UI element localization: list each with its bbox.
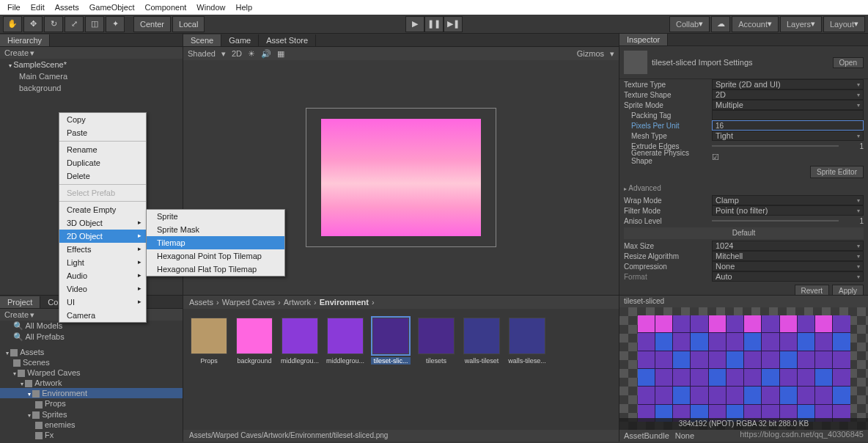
assetstore-tab[interactable]: Asset Store: [259, 34, 316, 46]
menu-component[interactable]: Component: [140, 1, 191, 13]
ctx-2d[interactable]: 2D Object: [59, 230, 146, 243]
ctx-empty[interactable]: Create Empty: [59, 203, 146, 216]
preview-area[interactable]: 384x192 (NPOT) RGBA 32 bit 288.0 KB: [619, 307, 868, 430]
hierarchy-tab[interactable]: Hierarchy: [0, 34, 50, 46]
collab-dropdown[interactable]: Collab ▾: [669, 16, 710, 32]
revert-button[interactable]: Revert: [795, 285, 829, 295]
project-tab[interactable]: Project: [0, 296, 40, 308]
hierarchy-item-background[interactable]: background: [0, 82, 183, 94]
ctx-copy[interactable]: Copy: [59, 113, 146, 126]
sub-hexpoint[interactable]: Hexagonal Point Top Tilemap: [147, 249, 284, 263]
cloud-icon[interactable]: ☁: [711, 16, 730, 32]
crumb-environment[interactable]: Environment: [320, 298, 369, 307]
platform-default[interactable]: Default: [624, 227, 864, 239]
player-folder[interactable]: player: [0, 440, 183, 442]
assets-folder[interactable]: Assets: [0, 347, 183, 357]
asset-walls1[interactable]: walls-tileset: [462, 318, 501, 365]
aniso-slider[interactable]: 1: [712, 216, 864, 226]
crumb-artwork[interactable]: Artwork: [284, 298, 311, 307]
asset-tileset-sliced[interactable]: tileset-slic...: [371, 318, 411, 365]
enemies-folder[interactable]: enemies: [0, 420, 183, 430]
warped-folder[interactable]: Warped Caves: [0, 367, 183, 378]
account-dropdown[interactable]: Account ▾: [732, 16, 779, 32]
rotate-tool[interactable]: ↻: [44, 16, 63, 32]
hierarchy-create[interactable]: Create: [4, 48, 29, 57]
mode-2d[interactable]: 2D: [232, 49, 242, 58]
assetbundle-value[interactable]: None: [675, 431, 694, 440]
inspector-tab[interactable]: Inspector: [619, 34, 668, 45]
rect-tool[interactable]: ◫: [85, 16, 104, 32]
hand-tool[interactable]: ✋: [3, 16, 22, 32]
sub-sprite[interactable]: Sprite: [147, 210, 284, 223]
scene-root[interactable]: SampleScene*: [0, 59, 183, 70]
apply-button[interactable]: Apply: [832, 285, 864, 295]
scene-tab[interactable]: Scene: [183, 34, 221, 46]
ctx-camera[interactable]: Camera: [59, 309, 146, 322]
asset-background[interactable]: background: [235, 318, 274, 365]
comp-field[interactable]: None▾: [712, 261, 864, 271]
menu-window[interactable]: Window: [192, 1, 229, 13]
lighting-icon[interactable]: ☀: [248, 49, 255, 59]
packing-field[interactable]: [712, 110, 864, 120]
layout-dropdown[interactable]: Layout ▾: [823, 16, 865, 32]
menu-gameobject[interactable]: GameObject: [85, 1, 139, 13]
crumb-assets[interactable]: Assets: [189, 298, 213, 307]
extrude-slider[interactable]: 1: [712, 141, 864, 151]
ctx-effects[interactable]: Effects: [59, 243, 146, 256]
ctx-video[interactable]: Video: [59, 282, 146, 296]
sprite-editor-button[interactable]: Sprite Editor: [810, 166, 864, 178]
asset-props[interactable]: Props: [189, 318, 229, 365]
sub-mask[interactable]: Sprite Mask: [147, 223, 284, 236]
fx-icon[interactable]: ▦: [277, 49, 284, 59]
environment-folder[interactable]: Environment: [0, 388, 183, 398]
wrap-field[interactable]: Clamp▾: [712, 195, 864, 205]
menu-file[interactable]: File: [3, 1, 25, 13]
sub-tilemap[interactable]: Tilemap: [147, 236, 284, 249]
background-sprite[interactable]: [321, 119, 481, 236]
advanced-foldout[interactable]: Advanced: [619, 181, 868, 195]
ctx-duplicate[interactable]: Duplicate: [59, 156, 146, 169]
ppu-field[interactable]: 16: [712, 120, 864, 131]
filter-field[interactable]: Point (no filter)▾: [712, 205, 864, 216]
asset-mg1[interactable]: middlegrou...: [280, 318, 320, 365]
project-create[interactable]: Create: [4, 310, 29, 319]
maxsize-field[interactable]: 1024▾: [712, 241, 864, 251]
menu-assets[interactable]: Assets: [51, 1, 84, 13]
pivot-center[interactable]: Center: [133, 16, 171, 32]
asset-tilesets[interactable]: tilesets: [416, 318, 456, 365]
menu-help[interactable]: Help: [231, 1, 257, 13]
artwork-folder[interactable]: Artwork: [0, 378, 183, 388]
mesh-field[interactable]: Tight▾: [712, 131, 864, 141]
scenes-folder[interactable]: Scenes: [0, 357, 183, 367]
texture-shape-field[interactable]: 2D▾: [712, 89, 864, 100]
all-prefabs[interactable]: 🔍 All Prefabs: [0, 332, 183, 343]
ctx-ui[interactable]: UI: [59, 296, 146, 309]
ctx-paste[interactable]: Paste: [59, 126, 146, 139]
sprites-folder[interactable]: Sprites: [0, 409, 183, 420]
fx-folder[interactable]: Fx: [0, 430, 183, 440]
menu-edit[interactable]: Edit: [26, 1, 49, 13]
asset-mg2[interactable]: middlegrou...: [326, 318, 365, 365]
genphys-checkbox[interactable]: ☑: [712, 153, 719, 162]
scale-tool[interactable]: ⤢: [65, 16, 84, 32]
game-tab[interactable]: Game: [221, 34, 259, 46]
step-button[interactable]: ▶❚: [444, 16, 463, 32]
gizmos-dropdown[interactable]: Gizmos: [577, 49, 604, 58]
crumb-warped[interactable]: Warped Caves: [222, 298, 275, 307]
pause-button[interactable]: ❚❚: [424, 16, 444, 32]
ctx-delete[interactable]: Delete: [59, 169, 146, 183]
sprite-mode-field[interactable]: Multiple▾: [712, 100, 864, 110]
ctx-light[interactable]: Light: [59, 256, 146, 269]
layers-dropdown[interactable]: Layers ▾: [780, 16, 822, 32]
play-button[interactable]: ▶: [405, 16, 424, 32]
transform-tool[interactable]: ✦: [106, 16, 125, 32]
hierarchy-item-camera[interactable]: Main Camera: [0, 70, 183, 82]
resize-field[interactable]: Mitchell▾: [712, 251, 864, 261]
pivot-local[interactable]: Local: [172, 16, 205, 32]
move-tool[interactable]: ✥: [23, 16, 43, 32]
props-folder[interactable]: Props: [0, 398, 183, 409]
ctx-3d[interactable]: 3D Object: [59, 216, 146, 230]
audio-icon[interactable]: 🔊: [261, 49, 271, 59]
texture-type-field[interactable]: Sprite (2D and UI)▾: [712, 79, 864, 89]
shading-mode[interactable]: Shaded: [188, 49, 216, 58]
